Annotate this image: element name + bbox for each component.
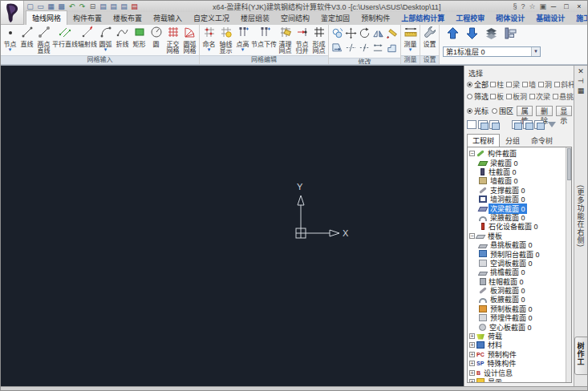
ribbon-tool-mirror-icon[interactable] (371, 27, 385, 42)
maximize-button[interactable]: □ (562, 2, 570, 10)
expand-icon[interactable]: + (469, 342, 475, 348)
ribbon-tool-stretch-icon[interactable] (330, 42, 344, 56)
ribbon-button-圆弧[interactable]: 圆弧▼ (97, 26, 114, 52)
checkbox-斜杆[interactable]: 斜杆 (554, 79, 575, 90)
radio-围区[interactable]: 围区 (492, 106, 513, 116)
doc-icon-3[interactable]: ▤ (120, 2, 128, 11)
panel-tab-分组[interactable]: 分组 (500, 134, 525, 147)
ribbon-button-平行直线[interactable]: 平行直线 (52, 26, 78, 48)
checkbox-次梁[interactable]: 次梁 (529, 91, 550, 102)
account-icon[interactable]: § (513, 2, 517, 10)
story-stack-icon[interactable] (485, 26, 498, 43)
dropdown-arrow-icon[interactable]: ▼ (103, 48, 108, 52)
ribbon-button-清理网点[interactable]: 清理 网点 (277, 26, 294, 54)
tree-scrollbar[interactable] (566, 147, 571, 382)
print-icon[interactable]: ⊟ (88, 2, 97, 11)
doc-icon-2[interactable]: ▤ (109, 2, 118, 11)
tab-工程校审[interactable]: 工程校审 (450, 11, 490, 25)
ribbon-button-节点[interactable]: 节点▼ (2, 26, 18, 52)
ribbon-button-圆[interactable]: 圆 (148, 26, 164, 48)
ribbon-button-节点下传[interactable]: 节点下传 (251, 26, 277, 48)
undo-icon[interactable]: ↶ (67, 2, 76, 11)
ribbon-button-辐射线[interactable]: 辐射线 (78, 26, 97, 48)
tab-空间结构[interactable]: 空间结构 (275, 11, 315, 25)
story-down-icon[interactable] (465, 26, 479, 43)
checkbox-板洞[interactable]: 板洞 (506, 91, 527, 102)
dropdown-arrow-icon[interactable]: ▼ (8, 48, 13, 52)
dropdown-arrow-icon[interactable]: ▼ (408, 48, 413, 52)
radio-筛选[interactable]: 筛选 (467, 91, 489, 102)
tab-楼板布置[interactable]: 楼板布置 (107, 11, 148, 25)
expand-icon[interactable]: + (469, 379, 475, 382)
select-window-icon[interactable] (467, 120, 476, 129)
ribbon-button-正交网格[interactable]: 正交 网格 (164, 26, 181, 54)
story-selector[interactable]: 第1标准层 0▼ (443, 46, 541, 57)
ribbon-button-圆弧网格[interactable]: 圆弧 网格 (181, 26, 198, 54)
ribbon-tool-offset-icon[interactable] (385, 42, 399, 56)
ribbon-button-测量[interactable]: 测量▼ (402, 26, 419, 52)
ribbon-button-轴线显示[interactable]: 轴线 显示 (217, 26, 234, 54)
panel-pin-icon[interactable]: ⊣ (578, 77, 584, 86)
button-属性[interactable]: 属性 (517, 106, 533, 116)
view-doc-icon-2[interactable] (523, 120, 533, 129)
ribbon-tool-extend-icon[interactable] (371, 42, 385, 56)
checkbox-梁[interactable]: 梁 (506, 79, 520, 90)
ribbon-button-两点直线[interactable]: 两点 直线 (35, 26, 52, 54)
redo-icon[interactable]: ↷ (78, 2, 87, 11)
ribbon-button-节点归并[interactable]: 节点 归并 (294, 26, 310, 54)
radio-全部[interactable]: 全部 (467, 79, 489, 90)
ribbon-button-形成网点[interactable]: 形成 网点 (310, 26, 327, 54)
checkbox-洞[interactable]: 洞 (538, 79, 552, 90)
chevron-down-icon[interactable]: ▼ (531, 47, 540, 56)
tab-施工图设计[interactable]: 施工图设计 (570, 11, 588, 25)
panel-tab-工程树[interactable]: 工程树 (467, 134, 500, 147)
panel-close-icon[interactable]: ✕ (578, 67, 584, 76)
tab-预制构件[interactable]: 预制构件 (355, 11, 395, 25)
filter-funnel-icon[interactable] (548, 122, 556, 127)
tree-item-荷载[interactable]: +荷载 (469, 332, 566, 341)
tab-上部结构计算[interactable]: 上部结构计算 (395, 11, 450, 25)
ribbon-tool-break-icon[interactable] (344, 42, 358, 56)
panel-tab-命令树[interactable]: 命令树 (525, 134, 558, 147)
ribbon-button-折线[interactable]: 折线 (114, 26, 131, 48)
doc-close-icon[interactable]: ▤ (130, 2, 139, 11)
favorite-star-icon[interactable]: ☆ (529, 2, 535, 10)
close-button[interactable]: × (575, 2, 583, 10)
collapse-icon[interactable]: − (469, 233, 475, 239)
ribbon-tool-break-point-icon[interactable] (358, 42, 371, 56)
expand-icon[interactable]: + (469, 352, 475, 357)
expand-icon[interactable]: + (469, 333, 475, 339)
doc-icon-1[interactable]: ▤ (99, 2, 107, 11)
collapse-icon[interactable]: − (469, 151, 475, 156)
view-doc-icon-3[interactable] (534, 120, 544, 129)
expand-icon[interactable]: + (469, 361, 475, 366)
tab-轴线网格[interactable]: 轴线网格 (26, 10, 67, 25)
panel-dock-icon[interactable]: ▦ (578, 87, 585, 95)
expand-icon[interactable]: + (469, 370, 475, 376)
worktree-tab[interactable]: 树作工 (574, 337, 588, 375)
button-删除[interactable]: 删除 (536, 106, 552, 116)
tree-item-空心板截面0[interactable]: 空心板截面 0 (469, 322, 566, 331)
story-view-icon[interactable] (504, 26, 517, 43)
tree-item-石化设备截面0[interactable]: 石化设备截面 0 (469, 222, 566, 231)
tab-自定义工况[interactable]: 自定义工况 (188, 11, 235, 25)
dropdown-arrow-icon[interactable]: ▼ (207, 48, 212, 52)
tab-砌体设计[interactable]: 砌体设计 (490, 11, 530, 25)
checkbox-板[interactable]: 板 (490, 91, 504, 102)
tab-鉴定加固[interactable]: 鉴定加固 (315, 11, 355, 25)
dropdown-arrow-icon[interactable]: ▼ (241, 48, 245, 52)
checkbox-墙[interactable]: 墙 (522, 79, 536, 90)
tab-楼层组装[interactable]: 楼层组装 (235, 11, 275, 25)
drawing-canvas[interactable]: Y X (1, 66, 464, 386)
ribbon-tool-rotate-icon[interactable] (358, 27, 371, 42)
layout-panel-icon[interactable]: ▣ (539, 2, 546, 10)
ribbon-button-直线[interactable]: 直线 (18, 26, 35, 48)
tree-item-设计信息[interactable]: +B设计信息 (469, 368, 566, 377)
select-frame-icon[interactable] (489, 120, 499, 129)
select-cross-icon[interactable] (478, 120, 488, 129)
help-icon[interactable]: ? (521, 2, 525, 10)
ribbon-button-设置[interactable]: 设置 (421, 26, 438, 48)
radio-光标[interactable]: 光标 (467, 106, 489, 116)
ribbon-tool-move-icon[interactable] (344, 27, 358, 42)
button-显示[interactable]: 显示 (556, 106, 572, 116)
